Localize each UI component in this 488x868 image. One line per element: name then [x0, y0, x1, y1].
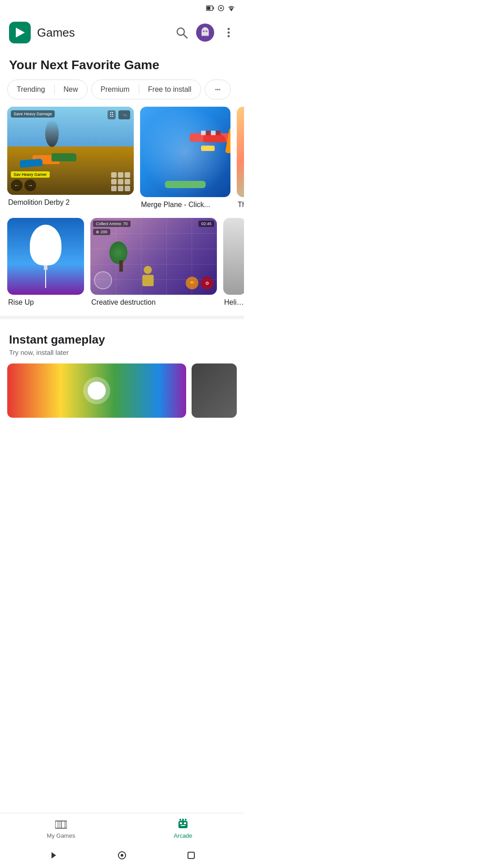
status-bar	[0, 0, 244, 16]
game-card-helix[interactable]: Helix...	[223, 218, 244, 307]
creative-action-buttons: 🔫 ⚙	[186, 277, 213, 289]
chip-more[interactable]	[205, 80, 231, 99]
section-divider	[0, 316, 244, 319]
nav-arcade[interactable]: Arcade	[122, 819, 244, 839]
game-card-demolition-derby[interactable]: Save Heavy Damage ⠿ 📹 Sav Heavy Gamer ← …	[7, 107, 134, 209]
instant-subtitle: Try now, install later	[0, 349, 244, 363]
recents-button[interactable]	[184, 849, 198, 862]
svg-rect-29	[181, 825, 185, 826]
game-thumb-plane	[140, 107, 230, 197]
svg-point-39	[121, 854, 123, 857]
chip-new[interactable]: New	[56, 85, 85, 94]
svg-point-21	[217, 89, 218, 90]
home-button[interactable]	[115, 849, 129, 862]
chip-free[interactable]: Free to install	[141, 85, 199, 94]
header-title: Games	[37, 26, 75, 40]
instant-gameplay-section: Instant gameplay Try now, install later	[0, 324, 244, 418]
svg-rect-1	[213, 7, 214, 9]
game-thumb-riseup	[7, 218, 84, 295]
game-card-merge-plane[interactable]: Merge Plane - Click...	[140, 107, 230, 209]
creative-joystick-left	[94, 271, 112, 289]
balloon-art	[30, 225, 61, 288]
filter-chips: Trending New Premium Free to install	[0, 80, 244, 107]
svg-point-22	[219, 89, 220, 90]
signal-icon	[218, 5, 224, 11]
creative-stat2: ⊕ 200	[93, 229, 110, 235]
svg-point-20	[215, 89, 216, 90]
arcade-icon	[177, 819, 189, 830]
games-row-2: Rise Up	[0, 218, 244, 307]
arcade-label: Arcade	[174, 832, 192, 839]
svg-marker-37	[52, 852, 56, 859]
svg-marker-5	[230, 9, 233, 11]
svg-rect-24	[57, 821, 61, 828]
chip-group-1: Trending New	[7, 80, 88, 99]
scroll-content: Your Next Favorite Game Trending New Pre…	[0, 49, 244, 481]
game-title-creative: Creative destruction	[90, 298, 217, 307]
nav-my-games[interactable]: My Games	[0, 819, 122, 839]
wifi-icon	[228, 5, 235, 11]
my-games-label: My Games	[47, 832, 75, 839]
game-thumb-helix	[223, 218, 244, 295]
chip-trending[interactable]: Trending	[9, 85, 52, 94]
nav-items: My Games	[0, 813, 244, 843]
game-thumb-creative: Collect Ammo: 70 02:45 ⊕ 200 🔫 ⚙	[90, 218, 217, 295]
game-title-riseup: Rise Up	[7, 298, 84, 307]
chip-group-2: Premium Free to install	[91, 80, 201, 99]
game-title-partial1: The W...	[237, 201, 244, 209]
games-row-1: Save Heavy Damage ⠿ 📹 Sav Heavy Gamer ← …	[0, 107, 244, 209]
back-button[interactable]	[46, 849, 60, 862]
battery-icon	[206, 5, 214, 11]
game-card-riseup[interactable]: Rise Up	[7, 218, 84, 307]
more-options-icon[interactable]	[222, 26, 235, 39]
app-logo: Games	[9, 22, 175, 43]
instant-games-row	[0, 363, 244, 418]
game-card-partial-1[interactable]: The W...	[237, 107, 244, 209]
bottom-nav: My Games	[0, 813, 244, 868]
svg-line-9	[183, 34, 187, 38]
game-thumb-demolition: Save Heavy Damage ⠿ 📹 Sav Heavy Gamer ← …	[7, 107, 134, 195]
svg-rect-12	[202, 31, 209, 35]
svg-point-19	[228, 35, 230, 38]
svg-rect-25	[61, 821, 65, 828]
game-card-creative[interactable]: Collect Ammo: 70 02:45 ⊕ 200 🔫 ⚙ Creativ…	[90, 218, 217, 307]
svg-rect-2	[207, 7, 211, 10]
svg-point-16	[206, 31, 207, 32]
svg-rect-26	[178, 821, 188, 828]
chip-divider-2	[139, 85, 139, 94]
chip-divider-1	[54, 85, 55, 94]
creative-stat1: Collect Ammo: 70	[93, 221, 131, 227]
game-title-plane: Merge Plane - Click...	[140, 201, 230, 209]
svg-rect-27	[180, 822, 182, 824]
game-thumb-partial	[237, 107, 244, 197]
play-store-icon	[9, 22, 31, 43]
svg-point-17	[228, 28, 230, 30]
avatar[interactable]	[196, 24, 214, 42]
header-actions	[175, 24, 235, 42]
instant-banner-main[interactable]	[7, 363, 186, 418]
svg-rect-40	[188, 852, 194, 859]
svg-rect-28	[184, 822, 186, 824]
instant-title: Instant gameplay	[0, 333, 244, 349]
svg-point-4	[220, 7, 222, 9]
svg-point-18	[228, 32, 230, 34]
my-games-icon	[55, 819, 67, 830]
svg-point-15	[204, 31, 205, 32]
app-header: Games	[0, 16, 244, 49]
creative-timer: 02:45	[198, 221, 214, 227]
instant-banner-partial[interactable]	[192, 363, 237, 418]
search-icon[interactable]	[175, 26, 188, 39]
game-title-demolition: Demolition Derby 2	[7, 198, 134, 207]
chip-premium[interactable]: Premium	[94, 85, 137, 94]
section-title: Your Next Favorite Game	[0, 49, 244, 80]
game-title-helix: Helix...	[223, 298, 244, 307]
system-nav	[0, 843, 244, 868]
